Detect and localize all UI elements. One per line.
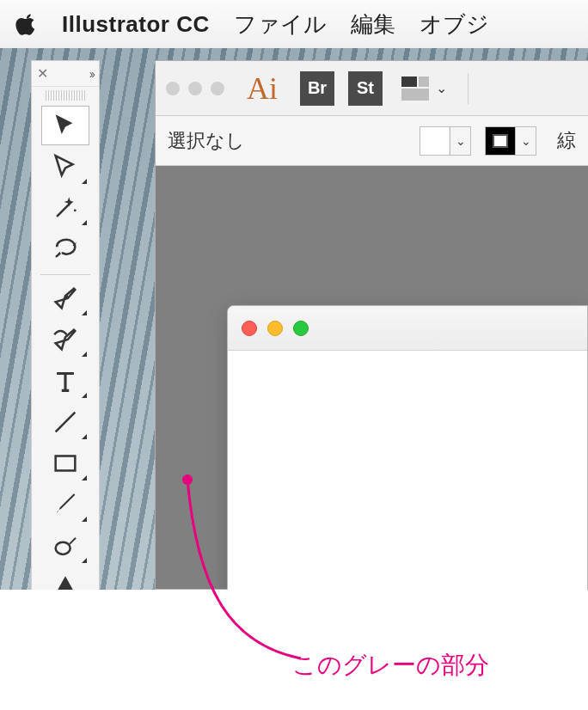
stroke-color-combo[interactable]: ⌄ <box>485 126 536 156</box>
fill-swatch[interactable] <box>420 127 450 155</box>
menu-edit[interactable]: 編集 <box>351 9 395 40</box>
panel-expand-icon[interactable]: ›› <box>89 67 94 81</box>
window-zoom-button[interactable] <box>211 82 224 95</box>
flyout-indicator-icon <box>82 352 87 357</box>
chevron-down-icon: ⌄ <box>436 80 447 96</box>
bridge-button[interactable]: Br <box>300 71 334 106</box>
control-bar: 選択なし ⌄ ⌄ 綡 <box>156 116 588 166</box>
blob-brush-tool[interactable] <box>41 526 89 566</box>
flyout-indicator-icon <box>82 179 87 184</box>
window-close-button[interactable] <box>166 82 180 95</box>
line-tool[interactable] <box>41 402 89 442</box>
svg-point-3 <box>56 542 70 554</box>
window-traffic-lights <box>166 82 224 95</box>
flyout-indicator-icon <box>82 220 87 225</box>
flyout-indicator-icon <box>82 558 87 563</box>
lasso-tool[interactable] <box>41 230 89 269</box>
doc-close-button[interactable] <box>242 321 257 336</box>
doc-minimize-button[interactable] <box>267 321 283 336</box>
chevron-down-icon[interactable]: ⌄ <box>450 127 470 155</box>
flyout-indicator-icon <box>82 393 87 398</box>
document-titlebar[interactable] <box>228 306 587 351</box>
curvature-tool[interactable] <box>41 320 89 359</box>
stroke-label: 綡 <box>550 128 576 154</box>
menu-file[interactable]: ファイル <box>234 9 327 40</box>
window-minimize-button[interactable] <box>188 82 202 95</box>
arrange-documents-icon <box>401 77 429 101</box>
selection-tool[interactable] <box>41 106 89 145</box>
apple-logo-icon[interactable] <box>15 13 38 35</box>
panel-close-icon[interactable]: ✕ <box>37 65 48 82</box>
pen-tool[interactable] <box>41 278 89 318</box>
menu-object[interactable]: オブジ <box>420 9 489 40</box>
paintbrush-tool[interactable] <box>41 485 89 524</box>
flyout-indicator-icon <box>82 310 87 315</box>
rectangle-tool[interactable] <box>41 444 89 483</box>
stroke-swatch[interactable] <box>486 127 515 155</box>
app-titlebar: Ai Br St ⌄ <box>156 61 588 116</box>
macos-menubar: Illustrator CC ファイル 編集 オブジ <box>0 0 588 48</box>
svg-point-0 <box>74 209 77 211</box>
svg-point-1 <box>64 295 68 298</box>
doc-zoom-button[interactable] <box>293 321 309 336</box>
selection-status-label: 選択なし <box>168 128 245 154</box>
workspace-switcher[interactable]: ⌄ <box>401 77 447 101</box>
fill-color-combo[interactable]: ⌄ <box>420 126 471 156</box>
svg-rect-2 <box>56 456 76 471</box>
illustrator-logo-icon: Ai <box>247 70 278 107</box>
flyout-indicator-icon <box>82 434 87 439</box>
stock-button[interactable]: St <box>348 71 383 106</box>
chevron-down-icon[interactable]: ⌄ <box>515 127 536 155</box>
divider <box>468 73 469 104</box>
flyout-indicator-icon <box>82 517 87 522</box>
type-tool[interactable] <box>41 361 89 401</box>
annotation-text: このグレーの部分 <box>292 649 489 682</box>
panel-header: ✕ ›› <box>32 61 99 87</box>
direct-selection-tool[interactable] <box>41 147 89 187</box>
menubar-app-name[interactable]: Illustrator CC <box>62 11 210 38</box>
flyout-indicator-icon <box>82 475 87 480</box>
panel-grip-icon[interactable] <box>46 90 85 101</box>
tools-panel: ✕ ›› <box>31 60 100 609</box>
magic-wand-tool[interactable] <box>41 188 89 228</box>
tool-divider <box>40 274 90 275</box>
